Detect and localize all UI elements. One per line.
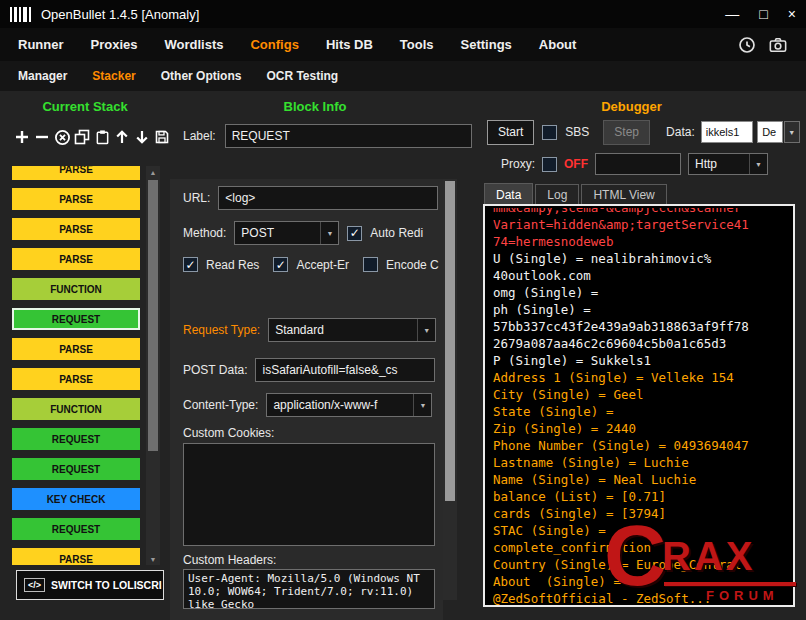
proxy-type-select[interactable]: Http: [688, 153, 768, 175]
chevron-down-icon[interactable]: [784, 121, 800, 143]
menu-item-settings[interactable]: Settings: [461, 37, 512, 52]
proxy-input[interactable]: [595, 153, 681, 175]
stack-block-selected[interactable]: REQUEST: [12, 308, 140, 330]
data-wordlist-combo[interactable]: ikkels1: [701, 121, 753, 143]
log-line: omg (Single) =: [493, 284, 791, 301]
log-line: mm&campy;scema-&campjcccn&scanner: [493, 208, 791, 216]
proxy-caption: Proxy:: [501, 157, 535, 171]
stack-block[interactable]: KEY CHECK: [12, 488, 140, 510]
start-button[interactable]: Start: [487, 120, 534, 145]
close-button[interactable]: ×: [788, 7, 796, 21]
log-line: balance (List) = [0.71]: [493, 488, 791, 505]
stacker-main: Current Stack Block Info Debugger Label:…: [0, 91, 806, 620]
method-select[interactable]: POST: [234, 221, 339, 245]
scrollbar-thumb[interactable]: [148, 180, 158, 451]
stack-toolbar: [13, 127, 171, 147]
menu-item-about[interactable]: About: [539, 37, 577, 52]
stack-block[interactable]: PARSE: [12, 248, 140, 270]
block-label-input[interactable]: [225, 124, 472, 148]
stack-list: PARSE PARSE PARSE PARSE FUNCTION REQUEST…: [12, 166, 140, 565]
request-type-value: Standard: [275, 323, 324, 337]
stack-block[interactable]: FUNCTION: [12, 278, 140, 300]
block-label-row: Label:: [183, 124, 472, 148]
block-info-scrollbar[interactable]: [443, 179, 457, 600]
encode-content-checkbox[interactable]: [363, 257, 378, 272]
submenu-item-ocr-testing[interactable]: OCR Testing: [266, 69, 338, 83]
log-line: Lastname (Single) = Luchie: [493, 454, 791, 471]
scroll-up-icon[interactable]: [146, 166, 160, 178]
post-data-caption: POST Data:: [183, 363, 247, 377]
debugger-log-panel[interactable]: mm&campy;scema-&campjcccn&scanner Varian…: [483, 204, 795, 607]
post-data-input[interactable]: [255, 358, 435, 382]
menu-item-hitsdb[interactable]: Hits DB: [326, 37, 373, 52]
log-line: complete_confirmation: [493, 539, 791, 556]
tab-html-view[interactable]: HTML View: [581, 184, 666, 206]
stack-block[interactable]: PARSE: [12, 338, 140, 360]
accept-encoding-checkbox[interactable]: [273, 257, 288, 272]
tab-log[interactable]: Log: [535, 184, 579, 206]
menu-item-runner[interactable]: Runner: [18, 37, 64, 52]
read-response-checkbox[interactable]: [183, 257, 198, 272]
log-line: About (Single) =: [493, 573, 791, 590]
custom-cookies-textarea[interactable]: [183, 443, 435, 546]
scroll-down-icon[interactable]: [146, 553, 160, 565]
method-value: POST: [241, 226, 274, 240]
log-line: Country (Single) = Europe_Central: [493, 556, 791, 573]
sbs-checkbox[interactable]: [542, 125, 557, 140]
data-caption: Data:: [666, 125, 695, 139]
move-down-icon[interactable]: [133, 127, 151, 147]
clone-block-icon[interactable]: [73, 127, 91, 147]
stack-block[interactable]: REQUEST: [12, 428, 140, 450]
menu-item-tools[interactable]: Tools: [400, 37, 434, 52]
custom-headers-caption: Custom Headers:: [183, 553, 276, 567]
clear-stack-icon[interactable]: [53, 127, 71, 147]
submenu-item-stacker[interactable]: Stacker: [92, 69, 135, 83]
alarm-icon[interactable]: [738, 36, 756, 54]
stack-block[interactable]: PARSE: [12, 368, 140, 390]
switch-to-loliscript-button[interactable]: </> SWITCH TO LOLISCRI: [16, 570, 164, 600]
debugger-tabs: Data Log HTML View: [484, 183, 669, 206]
content-type-value: application/x-www-f: [273, 398, 377, 412]
add-block-icon[interactable]: [13, 127, 31, 147]
custom-headers-textarea[interactable]: User-Agent: Mozilla/5.0 (Windows NT 10.0…: [183, 569, 435, 609]
stack-block[interactable]: REQUEST: [12, 458, 140, 480]
step-button[interactable]: Step: [603, 120, 650, 145]
content-type-select[interactable]: application/x-www-f: [266, 393, 432, 417]
menu-item-configs[interactable]: Configs: [250, 37, 298, 52]
minimize-button[interactable]: —: [725, 7, 739, 21]
stack-block[interactable]: PARSE: [12, 188, 140, 210]
menu-item-wordlists[interactable]: Wordlists: [164, 37, 223, 52]
stack-scrollbar[interactable]: [146, 166, 160, 565]
stack-block[interactable]: PARSE: [12, 548, 140, 565]
move-up-icon[interactable]: [113, 127, 131, 147]
window-title: OpenBullet 1.4.5 [Anomaly]: [41, 7, 199, 22]
request-type-select[interactable]: Standard: [268, 318, 436, 342]
paste-block-icon[interactable]: [93, 127, 111, 147]
scrollbar-thumb[interactable]: [445, 181, 455, 501]
url-caption: URL:: [183, 191, 210, 205]
submenu-item-other-options[interactable]: Other Options: [161, 69, 242, 83]
debugger-panel: Start SBS Step Data: ikkels1 De Proxy: O…: [457, 91, 806, 620]
log-line: ph (Single) =: [493, 301, 791, 318]
stack-block[interactable]: PARSE: [12, 218, 140, 240]
remove-block-icon[interactable]: [33, 127, 51, 147]
tab-data[interactable]: Data: [484, 183, 533, 206]
maximize-button[interactable]: □: [759, 7, 767, 21]
data-wordlist-value: ikkels1: [706, 126, 740, 138]
auto-redirect-checkbox[interactable]: [347, 226, 362, 241]
stack-block[interactable]: REQUEST: [12, 518, 140, 540]
app-window: OpenBullet 1.4.5 [Anomaly] — □ × Runner …: [0, 0, 806, 620]
stack-block[interactable]: FUNCTION: [12, 398, 140, 420]
submenu-item-manager[interactable]: Manager: [18, 69, 67, 83]
wordlist-type-combo[interactable]: De: [757, 121, 782, 143]
debugger-log: mm&campy;scema-&campjcccn&scanner Varian…: [493, 208, 791, 605]
log-line: 57bb337cc43f2e439a9ab318863af9ff78: [493, 318, 791, 335]
stack-block[interactable]: PARSE: [12, 166, 140, 180]
log-line: U (Single) = nealibrahimovic%: [493, 250, 791, 267]
screenshot-icon[interactable]: [768, 36, 788, 54]
save-config-icon[interactable]: [153, 127, 171, 147]
url-input[interactable]: [218, 186, 438, 210]
menu-item-proxies[interactable]: Proxies: [91, 37, 138, 52]
log-line: Phone Number (Single) = 0493694047: [493, 437, 791, 454]
proxy-checkbox[interactable]: [542, 157, 557, 172]
